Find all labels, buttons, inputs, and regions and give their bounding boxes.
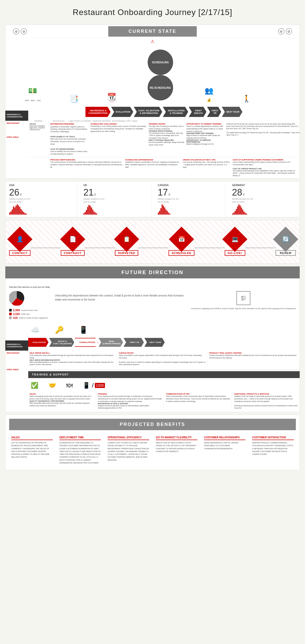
metric-germany-country: GERMANY <box>232 184 296 187</box>
bar-13 <box>24 213 25 215</box>
benefit-operational-text: LOWER COST TO DEPLOY GUEST CENTER INSTAL… <box>108 441 149 461</box>
metric-canada-value-row: 17 d <box>158 188 222 197</box>
bar-9 <box>19 207 20 215</box>
future-arrow-trial: TRIAL(LIMITED PERIOD) <box>99 338 123 347</box>
funnel-connector-1 <box>30 248 61 248</box>
role-labels-col: AWARENESS &CONSIDERATION RESTAURANT OPEN… <box>5 104 28 178</box>
benefit-sales-header: SALES <box>11 436 53 440</box>
future-arrow-awareness: EVALUATION <box>28 338 49 347</box>
sub-labels-row: Marketing Account Execs Legal / Project … <box>28 119 300 122</box>
metric-uk-label: Median duration for GC <box>83 198 147 200</box>
nav-icon-4[interactable]: ⊙ <box>286 28 292 35</box>
benefit-go-to-market: GO-TO-MARKET FLEXIBILITY REDUCTION OF DE… <box>154 434 200 466</box>
de-bar-4 <box>236 209 237 215</box>
ca-bar-5 <box>163 206 164 215</box>
metric-usa-sublabel: (213 for ERB) <box>9 201 73 203</box>
future-spacer-2 <box>5 355 28 368</box>
nav-icon-3[interactable]: ⊙ <box>278 28 284 35</box>
metric-usa: USA 26 d Median duration for GC (213 for… <box>5 181 77 217</box>
sublabel-blank2 <box>153 120 168 122</box>
top-nav-row: ⊙ ⊙ CURRENT STATE ⊙ ⊙ <box>5 25 300 38</box>
top-icons-right: ⊙ ⊙ <box>278 28 292 35</box>
future-right-text: Customers migrating from ERB to Guest Ce… <box>191 307 296 310</box>
sales-label: SALES Sales pitch highlights high-touch,… <box>28 123 49 155</box>
metric-uk-number: 21 <box>83 188 94 197</box>
metric-germany: GERMANY 28 d Median duration for GC (350… <box>228 181 300 217</box>
benefit-cr-header: CUSTOMER RELATIONSHIPS <box>204 436 246 440</box>
bar-1 <box>9 213 10 215</box>
sublabel-acctmgrs: Account Managers / ISRs / Support <box>112 120 138 122</box>
benefit-cust-rel: CUSTOMER RELATIONSHIPS MORE MEANINGFUL U… <box>202 434 248 466</box>
bar-2 <box>10 212 11 215</box>
future-stat-items: 2,990 Guest Center new 3,555 ERB new 418… <box>9 309 50 319</box>
uk-bar-5 <box>88 205 89 215</box>
de-bar-3 <box>235 211 236 215</box>
uk-bar-6 <box>90 206 91 215</box>
funnel-contract: 📄 CONTRACT <box>61 230 85 256</box>
future-opentable-label: OPEN TABLE <box>5 368 28 371</box>
de-bar-10 <box>243 212 245 215</box>
uk-bar-7 <box>91 207 92 215</box>
ot-col2: TRAINING In-box training could be provid… <box>97 392 164 411</box>
metric-uk: UK 21 d Median duration for GC (216 for … <box>80 181 151 217</box>
bar-8 <box>18 205 19 215</box>
future-icon-key: 🔑 <box>55 326 64 334</box>
metric-canada: CANADA 17 d Median duration for GC (33 f… <box>154 181 226 217</box>
bar-3 <box>12 209 13 215</box>
funnel-connector-5 <box>245 248 276 248</box>
benefit-cs-header: CUSTOMER SATISFACTION <box>252 436 294 440</box>
uk-bar-3 <box>86 210 87 215</box>
future-stats-title: PROJECTED INSTALLS 2015 (as of FEB) <box>9 286 50 288</box>
ca-bar-6 <box>164 207 165 215</box>
uk-bar-2 <box>85 212 86 215</box>
future-stats-block: PROJECTED INSTALLS 2015 (as of FEB) 2,99… <box>9 286 50 319</box>
future-direction-section: FUTURE DIRECTION PROJECTED INSTALLS 2015… <box>5 266 300 412</box>
benefit-cr-text: MORE MEANINGFUL USE OF LIMITED OPENTABLE… <box>204 441 246 450</box>
restaurant-label-1: RESTAURANT <box>5 121 28 125</box>
benefit-operational: OPERATIONAL EFFICIENCY LOWER COST TO DEP… <box>105 434 151 466</box>
golive-diamond: 💻 <box>222 227 248 252</box>
benefit-sales: SALES LIFT IN CONVERSION OF PROSPECTS EN… <box>9 434 55 466</box>
uk-bar-10 <box>95 213 96 215</box>
metric-canada-country: CANADA <box>158 184 222 187</box>
de-bar-9 <box>242 209 243 215</box>
ca-bar-2 <box>159 211 160 215</box>
benefit-cs-text: DEEPER PRODUCT UNDERSTANDING, UTILIZATIO… <box>252 441 294 456</box>
metric-canada-label: Median duration for GC <box>158 198 222 200</box>
stage-evaluation: EVALUATION <box>111 107 133 117</box>
stage-first30: FIRST30DAYS <box>189 107 206 117</box>
de-bar-6 <box>238 204 239 215</box>
stat-gc-color <box>9 309 12 311</box>
ca-bar-3 <box>160 208 161 215</box>
nav-icon-2[interactable]: ⊙ <box>21 28 27 35</box>
bar-7 <box>17 204 18 215</box>
lower-col5: COST OF SUPPORTING UNDER-TRAINED CUSTOME… <box>232 159 300 177</box>
contract-diamond: 📄 <box>60 227 85 252</box>
benefit-gtm-text: REDUCTION OF DEPLOYMENT COSTS OPENS UP T… <box>156 441 197 453</box>
future-role-labels: AWARENESS &CONSIDERATION RESTAURANT OPEN… <box>5 335 28 412</box>
current-state-section: ⊙ ⊙ CURRENT STATE ⊙ ⊙ ⚠ 💵APR MAY JUN 📑 📆… <box>5 25 300 178</box>
surveyed-icon: 📋 <box>123 236 130 243</box>
stat-erb-color <box>9 313 12 315</box>
metric-usa-value-row: 26 d <box>9 188 73 197</box>
role-awareness-label: AWARENESS &CONSIDERATION <box>5 111 28 121</box>
funnel-connector-2 <box>85 248 115 248</box>
col2-text: INFORMATION REQUIRED Quantities of infor… <box>50 123 89 155</box>
metric-canada-number: 17 <box>158 188 168 197</box>
metric-canada-unit: d <box>169 193 170 196</box>
future-icon-cloud: ☁️ <box>31 326 40 334</box>
sublabel-acctexecs: Account Execs <box>49 120 68 122</box>
future-stages-row-container: AWARENESS &CONSIDERATION RESTAURANT OPEN… <box>5 335 300 412</box>
future-restaurant-content: SELF-SERVE INSTALL A full-restaurant set… <box>28 349 300 368</box>
nav-icon-1[interactable]: ⊙ <box>13 28 19 35</box>
warning-row: ⚠ <box>5 38 300 44</box>
ca-bar-7 <box>165 209 166 215</box>
de-bar-12 <box>246 214 247 215</box>
opentable-content-row: SALES Sales messaging would seek to assi… <box>28 390 300 412</box>
metrics-row: USA 26 d Median duration for GC (213 for… <box>5 181 300 217</box>
uk-bar-9 <box>94 212 95 215</box>
future-stages-arrows: EVALUATION SETUP &CUST. VALIDATION CONSU… <box>28 335 300 349</box>
lower-content-row: PROCESS INEFFICIENCIES The current proce… <box>28 157 300 178</box>
uk-bar-4 <box>87 207 88 215</box>
ca-bar-9 <box>168 213 169 215</box>
